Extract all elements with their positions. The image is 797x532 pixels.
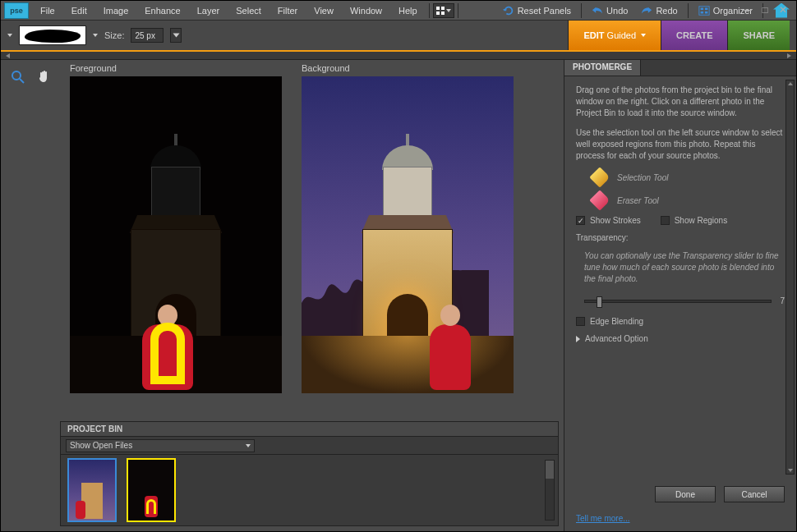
menubar: pse File Edit Image Enhance Layer Select… [1,1,796,21]
layout-dropdown[interactable] [433,3,454,18]
advanced-option-label: Advanced Option [585,334,648,343]
menu-file[interactable]: File [32,2,63,19]
bin-thumb-2[interactable] [128,460,174,521]
menu-layer[interactable]: Layer [189,2,228,19]
brush-preview[interactable] [19,25,86,45]
chevron-right-icon [576,336,580,342]
foreground-label: Foreground [70,60,282,76]
eraser-tool-button[interactable]: Eraser Tool [576,193,785,208]
size-label: Size: [104,30,124,40]
tool-strip [1,60,58,531]
pencil-icon [589,167,610,187]
transparency-label: Transparency: [576,233,785,242]
menu-window[interactable]: Window [342,2,390,19]
chevron-down-icon[interactable] [7,34,12,37]
foreground-image[interactable] [70,76,282,393]
eraser-tool-label: Eraser Tool [617,196,659,205]
refresh-icon [503,5,514,16]
hand-icon [36,69,53,85]
tell-me-more-link[interactable]: Tell me more... [576,514,785,523]
hand-tool[interactable] [35,68,53,86]
selection-tool-label: Selection Tool [617,173,668,182]
undo-label: Undo [606,6,628,16]
mode-edit-label: EDIT [583,30,604,40]
tab-photomerge[interactable]: PHOTOMERGE [564,60,641,76]
mode-share[interactable]: SHARE [727,21,790,50]
bin-filter-select[interactable]: Show Open Files [66,439,255,452]
instructions-2: Use the selection tool on the left sourc… [576,127,785,162]
transparency-hint: You can optionally use the Transparency … [576,250,785,285]
undo-icon [592,5,603,16]
svg-rect-4 [705,11,708,13]
chevron-down-icon [446,9,451,12]
maximize-button[interactable]: □ [759,5,771,16]
undo-button[interactable]: Undo [585,5,634,16]
close-button[interactable]: ✕ [777,5,789,16]
svg-rect-2 [705,7,708,10]
cancel-button[interactable]: Cancel [724,486,785,502]
menu-help[interactable]: Help [390,2,426,19]
background-label: Background [302,60,514,76]
menu-edit[interactable]: Edit [63,2,95,19]
instructions-1: Drag one of the photos from the project … [576,85,785,119]
edge-blending-label: Edge Blending [590,317,643,326]
brush-size-field[interactable]: 25 px [131,28,164,43]
chevron-down-icon[interactable] [93,34,98,37]
app-logo: pse [4,2,29,19]
show-regions-checkbox[interactable]: Show Regions [661,216,727,225]
transparency-slider[interactable] [584,300,772,303]
menu-view[interactable]: View [306,2,342,19]
selection-stroke [150,323,185,380]
menu-enhance[interactable]: Enhance [136,2,188,19]
svg-rect-1 [700,7,703,10]
tab-scroll-bar[interactable] [1,52,796,60]
right-panel: PHOTOMERGE Drag one of the photos from t… [564,60,796,531]
chevron-icon [173,34,179,38]
reset-panels-label: Reset Panels [518,6,571,16]
chevron-down-icon [641,34,646,37]
project-bin: PROJECT BIN Show Open Files [60,421,559,526]
edge-blending-checkbox[interactable]: Edge Blending [576,317,785,326]
show-strokes-checkbox[interactable]: ✓Show Strokes [576,216,641,225]
transparency-value: 7 [780,296,785,305]
advanced-option-toggle[interactable]: Advanced Option [576,334,785,343]
magnifier-icon [10,69,26,85]
done-button[interactable]: Done [655,486,716,502]
svg-point-5 [12,71,21,80]
minimize-button[interactable]: — [741,5,753,16]
selection-tool-button[interactable]: Selection Tool [576,170,785,185]
mode-edit[interactable]: EDIT Guided [568,21,661,50]
show-regions-label: Show Regions [675,216,727,225]
grid-icon [436,7,445,15]
menu-select[interactable]: Select [228,2,270,19]
options-bar: Size: 25 px EDIT Guided CREATE SHARE [1,21,796,52]
project-bin-title: PROJECT BIN [61,422,558,437]
svg-rect-3 [700,11,703,13]
svg-line-6 [20,79,24,83]
menu-filter[interactable]: Filter [270,2,306,19]
brush-size-stepper[interactable] [170,28,182,43]
organizer-icon [698,5,710,16]
bin-filter-label: Show Open Files [70,441,132,450]
redo-button[interactable]: Redo [634,5,684,16]
svg-rect-0 [699,6,709,15]
chevron-down-icon [246,444,251,447]
bin-scrollbar[interactable] [545,460,555,521]
redo-label: Redo [656,6,677,16]
mode-create[interactable]: CREATE [661,21,727,50]
reset-panels-button[interactable]: Reset Panels [496,5,578,16]
panel-scrollbar[interactable] [785,80,795,475]
eraser-icon [589,190,610,210]
background-image[interactable] [302,76,514,393]
redo-icon [641,5,652,16]
mode-guided-label: Guided [607,30,636,40]
menu-image[interactable]: Image [95,2,137,19]
zoom-tool[interactable] [9,68,27,86]
show-strokes-label: Show Strokes [590,216,641,225]
bin-thumb-1[interactable] [69,460,115,521]
